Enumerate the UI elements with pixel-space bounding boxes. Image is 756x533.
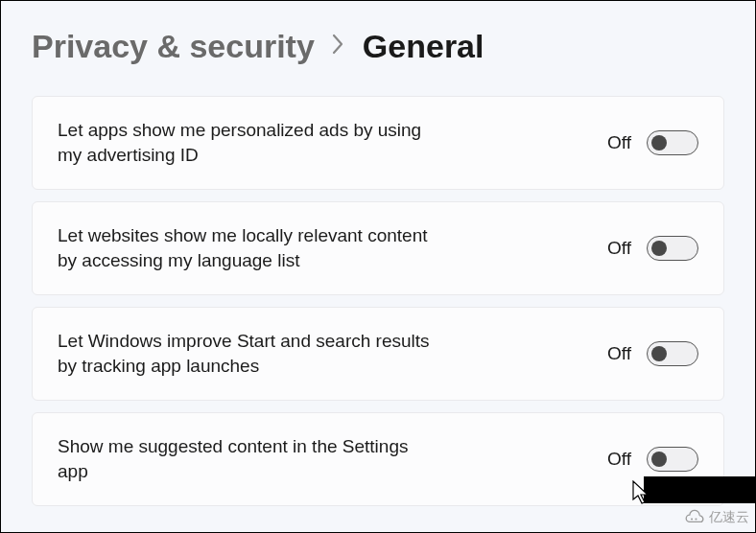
toggle-status: Off — [607, 238, 631, 259]
watermark: 亿速云 — [684, 509, 749, 526]
control-group: Off — [607, 236, 698, 261]
toggle-switch[interactable] — [647, 447, 698, 472]
toggle-knob — [651, 135, 667, 151]
toggle-status: Off — [607, 343, 631, 364]
settings-list: Let apps show me personalized ads by usi… — [1, 82, 755, 506]
svg-point-1 — [695, 518, 697, 520]
toggle-status: Off — [607, 449, 631, 470]
setting-row-app-launches[interactable]: Let Windows improve Start and search res… — [32, 307, 724, 401]
breadcrumb-current: General — [363, 28, 484, 65]
toggle-switch[interactable] — [647, 130, 698, 155]
toggle-switch[interactable] — [647, 341, 698, 366]
setting-label: Let apps show me personalized ads by usi… — [58, 118, 432, 167]
breadcrumb-parent[interactable]: Privacy & security — [32, 28, 315, 65]
control-group: Off — [607, 130, 698, 155]
setting-row-suggested-content[interactable]: Show me suggested content in the Setting… — [32, 412, 724, 506]
setting-row-advertising-id[interactable]: Let apps show me personalized ads by usi… — [32, 96, 724, 190]
setting-label: Let websites show me locally relevant co… — [58, 223, 432, 272]
control-group: Off — [607, 447, 698, 472]
watermark-label: 亿速云 — [709, 509, 749, 526]
toggle-status: Off — [607, 132, 631, 153]
breadcrumb: Privacy & security General — [1, 1, 755, 82]
toggle-knob — [651, 241, 667, 256]
setting-row-language-list[interactable]: Let websites show me locally relevant co… — [32, 201, 724, 295]
cloud-icon — [684, 509, 705, 526]
control-group: Off — [607, 341, 698, 366]
watermark-bar — [644, 476, 755, 503]
toggle-switch[interactable] — [647, 236, 698, 261]
svg-point-0 — [691, 518, 693, 520]
toggle-knob — [651, 346, 667, 361]
chevron-right-icon — [332, 34, 345, 60]
setting-label: Show me suggested content in the Setting… — [58, 434, 432, 483]
setting-label: Let Windows improve Start and search res… — [58, 329, 432, 378]
toggle-knob — [651, 452, 667, 467]
